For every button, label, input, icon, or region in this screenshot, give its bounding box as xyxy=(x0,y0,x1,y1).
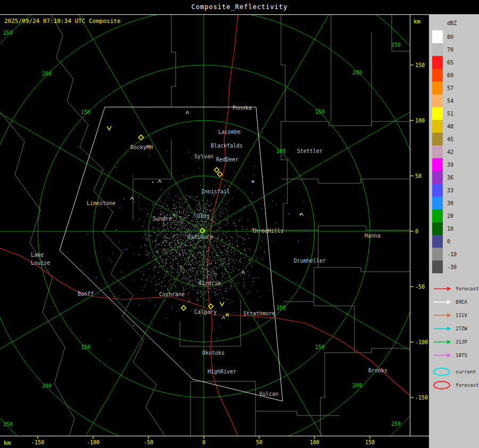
city-label: ThreeHills xyxy=(252,228,284,234)
storm-track-row: 31JP xyxy=(432,335,479,348)
dbz-level-label: 33 xyxy=(447,188,453,193)
dbz-level-label: 48 xyxy=(447,124,453,129)
dbz-color-swatch xyxy=(432,209,443,222)
boundary-line xyxy=(320,353,325,436)
boundary-line xyxy=(318,267,410,272)
track-arrow-icon xyxy=(432,312,453,319)
boundary-line xyxy=(180,299,241,346)
boundary-line xyxy=(171,15,176,107)
city-label: Strathmore xyxy=(243,311,275,316)
dbz-level-label: 42 xyxy=(447,149,453,155)
dbz-level-label: 39 xyxy=(447,162,453,168)
track-arrow-label: 31JP xyxy=(456,339,467,345)
bottom-axis-label: 100 xyxy=(310,439,319,445)
legend-title: dBZ xyxy=(447,20,479,26)
city-label: Drumheller xyxy=(294,258,326,264)
storm-position-row: current xyxy=(432,365,479,378)
city-label: Blackfalds xyxy=(211,143,243,149)
asterisk-marker-icon: * xyxy=(251,179,254,186)
dbz-color-swatch xyxy=(432,145,443,158)
dbz-level-row: 33 xyxy=(432,184,479,197)
right-axis-label: 100 xyxy=(415,118,425,124)
dbz-color-swatch xyxy=(432,171,443,184)
window-title: Composite_Reflectivity xyxy=(192,3,288,11)
ring-distance-label: 250 xyxy=(391,42,401,48)
caret-marker-icon xyxy=(158,180,161,183)
ring-distance-label: 150 xyxy=(81,344,90,350)
boundary-line xyxy=(314,230,318,302)
dbz-color-swatch xyxy=(432,248,443,260)
storm-position-row: forecast xyxy=(432,378,479,392)
right-axis-label: -100 xyxy=(415,339,428,345)
city-label: Vulcan xyxy=(259,391,278,397)
timestamp: 2025/09/24 07:10:34 UTC Composite xyxy=(4,18,121,25)
boundary-lines xyxy=(0,15,410,436)
caret-marker-icon xyxy=(222,316,225,319)
track-arrow-label: 111V xyxy=(456,313,467,318)
dbz-color-swatch xyxy=(432,158,443,171)
city-label: Didsbury xyxy=(187,234,213,240)
ring-distance-label: 250 xyxy=(391,421,401,427)
map-layers: 2502001502502001501002502001502502001501… xyxy=(0,0,479,448)
right-axis-label: 0 xyxy=(415,229,418,234)
dbz-level-label: 70 xyxy=(447,47,453,53)
right-axis-label: 150 xyxy=(415,62,425,68)
dbz-level-label: -30 xyxy=(447,264,457,270)
city-label: Hanna xyxy=(365,233,381,239)
dbz-color-swatch xyxy=(432,82,443,94)
dbz-level-row: 0 xyxy=(432,235,479,248)
dbz-level-row: 65 xyxy=(432,56,479,69)
dbz-color-swatch xyxy=(432,133,443,145)
ring-distance-label: 100 xyxy=(276,148,286,154)
city-label: Banff xyxy=(78,291,94,297)
ring-distance-label: 150 xyxy=(81,109,90,115)
city-label: HighRiver xyxy=(208,369,236,374)
track-arrow-label: 18TS xyxy=(456,353,467,358)
city-label: Calgary xyxy=(194,309,217,315)
dbz-level-row: 42 xyxy=(432,145,479,158)
dbz-level-label: 54 xyxy=(447,98,453,104)
right-axis-label: -150 xyxy=(415,395,428,401)
city-label: Limestone xyxy=(87,200,115,206)
dbz-color-swatch xyxy=(432,184,443,197)
city-label: Stettler xyxy=(297,148,323,154)
city-label: Sylvan xyxy=(194,153,213,159)
position-ellipse-label: current xyxy=(456,369,476,374)
dbz-level-label: 51 xyxy=(447,111,453,117)
track-arrow-label: 27ZW xyxy=(456,326,467,331)
ring-distance-label: 200 xyxy=(42,383,52,389)
range-ring xyxy=(0,0,479,448)
storm-track-legend: forecast09EA111V27ZW31JP18TS xyxy=(432,282,479,362)
dbz-level-label: 36 xyxy=(447,175,453,181)
dbz-color-swatch xyxy=(432,107,443,120)
dbz-color-swatch xyxy=(432,197,443,209)
dbz-level-label: -10 xyxy=(447,251,457,257)
city-label: Cochrane xyxy=(159,291,185,297)
ring-distance-label: 150 xyxy=(315,344,325,350)
city-label: Okotoks xyxy=(202,350,225,356)
dbz-color-swatch xyxy=(432,94,443,107)
storm-track-row: 09EA xyxy=(432,295,479,308)
bottom-axis-label: 0 xyxy=(202,439,205,445)
city-label: Olds xyxy=(197,213,210,219)
city-label: Brooks xyxy=(368,368,387,373)
storm-track-row: 111V xyxy=(432,308,479,322)
boundary-line xyxy=(281,179,410,183)
boundary-line xyxy=(285,121,410,126)
dbz-level-row: 48 xyxy=(432,120,479,133)
track-arrow-icon xyxy=(432,339,453,345)
radar-site-diamond-icon xyxy=(218,172,222,177)
track-arrow-icon xyxy=(432,325,453,332)
ring-distance-label: 200 xyxy=(42,71,52,77)
range-graticule xyxy=(0,0,479,448)
dbz-level-row: 45 xyxy=(432,133,479,145)
chevron-marker-icon xyxy=(220,302,224,306)
ring-distance-label: 250 xyxy=(3,421,13,427)
city-label: Lacombe xyxy=(218,129,241,135)
boundary-line xyxy=(51,15,165,436)
boundary-line xyxy=(325,348,410,353)
dbz-level-label: 0 xyxy=(447,239,450,245)
boundary-line xyxy=(0,112,75,436)
ring-distance-label: 200 xyxy=(352,70,362,76)
dbz-level-label: 57 xyxy=(447,85,453,91)
